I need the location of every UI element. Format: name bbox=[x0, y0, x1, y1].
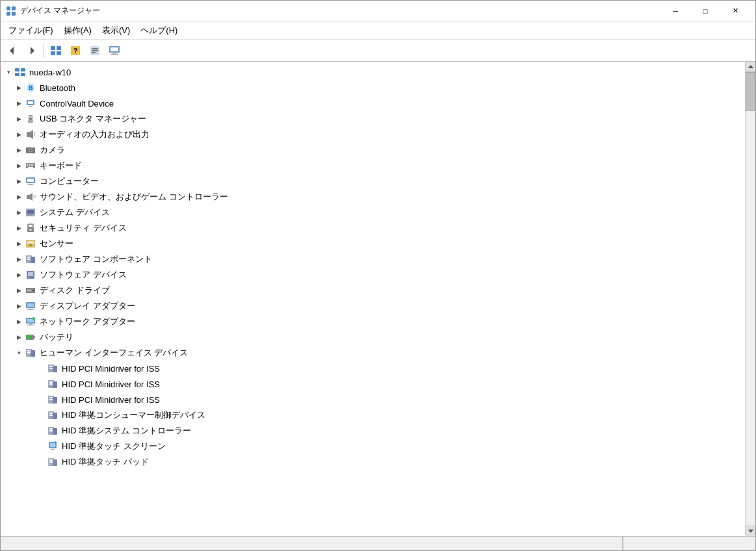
tree-item-audio[interactable]: ▶ ) オーディオの入力および出力 bbox=[1, 127, 745, 142]
svg-rect-98 bbox=[53, 381, 57, 388]
svg-rect-1 bbox=[12, 6, 16, 10]
forward-icon bbox=[27, 45, 37, 56]
svg-rect-52 bbox=[27, 195, 29, 199]
hid-pci-2-label: HID PCI Minidriver for ISS bbox=[62, 379, 160, 389]
sensors-label: センサー bbox=[40, 238, 73, 250]
hid-expand[interactable]: ▾ bbox=[14, 348, 24, 358]
usb-expand[interactable]: ▶ bbox=[14, 114, 24, 124]
close-button[interactable]: ✕ bbox=[720, 1, 750, 21]
display-expand[interactable]: ▶ bbox=[14, 301, 24, 311]
controlvault-label: ControlVault Device bbox=[40, 99, 114, 109]
forward-button[interactable] bbox=[23, 42, 41, 60]
svg-rect-38 bbox=[29, 147, 31, 148]
software-device-expand[interactable]: ▶ bbox=[14, 270, 24, 280]
sound-expand[interactable]: ▶ bbox=[14, 192, 24, 202]
tree-item-system[interactable]: ▶ システム デバイス bbox=[1, 205, 745, 220]
software-component-expand[interactable]: ▶ bbox=[14, 254, 24, 264]
menu-view[interactable]: 表示(V) bbox=[97, 22, 135, 39]
menu-action[interactable]: 操作(A) bbox=[59, 22, 97, 39]
svg-rect-99 bbox=[49, 381, 53, 383]
tree-item-security[interactable]: ▶ セキュリティ デバイス bbox=[1, 220, 745, 236]
keyboard-expand[interactable]: ▶ bbox=[14, 160, 24, 171]
maximize-button[interactable]: □ bbox=[690, 1, 720, 21]
svg-rect-91 bbox=[27, 350, 31, 352]
svg-rect-112 bbox=[49, 430, 53, 431]
tree-item-usb-connector[interactable]: ▶ USB コネクタ マネージャー bbox=[1, 111, 745, 127]
menu-file[interactable]: ファイル(F) bbox=[3, 22, 59, 39]
svg-rect-51 bbox=[27, 185, 34, 185]
tree-item-hid-consumer[interactable]: ▶ HID 準拠コンシューマー制御デバイス bbox=[1, 407, 745, 423]
tree-item-display[interactable]: ▶ ディスプレイ アダプター bbox=[1, 298, 745, 314]
toolbar-separator-1 bbox=[44, 44, 44, 58]
tree-item-software-component[interactable]: ▶ ソフトウェア コンポーネント bbox=[1, 251, 745, 267]
scroll-down-button[interactable] bbox=[746, 526, 755, 536]
battery-expand[interactable]: ▶ bbox=[14, 332, 24, 342]
svg-rect-9 bbox=[57, 51, 61, 55]
tree-item-hid-pci-3[interactable]: ▶ HID PCI Minidriver for ISS bbox=[1, 392, 745, 407]
scroll-track[interactable] bbox=[746, 72, 755, 526]
tree-item-hid[interactable]: ▾ ヒューマン インターフェイス デバイス bbox=[1, 345, 745, 361]
svg-rect-44 bbox=[27, 166, 28, 167]
disk-expand[interactable]: ▶ bbox=[14, 285, 24, 296]
hid-pci-1-label: HID PCI Minidriver for ISS bbox=[62, 364, 160, 374]
controlvault-expand[interactable]: ▶ bbox=[14, 98, 24, 109]
tree-item-hid-pad[interactable]: ▶ HID 準拠タッチ パッド bbox=[1, 454, 745, 470]
device-view-button[interactable] bbox=[47, 42, 65, 60]
tree-item-hid-touch[interactable]: ▶ HID 準拠タッチ スクリーン bbox=[1, 439, 745, 454]
scroll-thumb[interactable] bbox=[746, 72, 755, 111]
device-tree[interactable]: ▾ nueda-w10 ▶ ʙ bbox=[1, 62, 745, 536]
tree-item-keyboard[interactable]: ▶ キーボード bbox=[1, 158, 745, 173]
camera-expand[interactable]: ▶ bbox=[14, 145, 24, 155]
svg-text:): ) bbox=[34, 131, 35, 136]
help-button[interactable]: ? bbox=[66, 42, 85, 60]
svg-text:ʙ: ʙ bbox=[28, 83, 33, 92]
usb-label: USB コネクタ マネージャー bbox=[40, 113, 146, 125]
svg-rect-3 bbox=[12, 12, 16, 16]
tree-item-software-device[interactable]: ▶ ソフトウェア デバイス bbox=[1, 267, 745, 283]
hid-system-label: HID 準拠システム コントローラー bbox=[62, 425, 191, 437]
app-icon bbox=[6, 6, 16, 16]
tree-root[interactable]: ▾ nueda-w10 bbox=[1, 64, 745, 80]
tree-item-network[interactable]: ▶ ネットワーク アダプター bbox=[1, 314, 745, 329]
computer-button[interactable] bbox=[105, 42, 124, 60]
tree-item-bluetooth[interactable]: ▶ ʙ Bluetooth bbox=[1, 80, 745, 96]
tree-item-hid-pci-1[interactable]: ▶ HID PCI Minidriver for ISS bbox=[1, 361, 745, 376]
svg-rect-100 bbox=[49, 383, 53, 385]
keyboard-icon bbox=[24, 159, 37, 172]
bluetooth-expand[interactable]: ▶ bbox=[14, 83, 24, 93]
svg-marker-53 bbox=[29, 193, 33, 201]
svg-rect-94 bbox=[53, 366, 57, 372]
vertical-scrollbar[interactable] bbox=[745, 62, 755, 536]
tree-item-hid-system[interactable]: ▶ HID 準拠システム コントローラー bbox=[1, 423, 745, 439]
title-bar: デバイス マネージャー ─ □ ✕ bbox=[1, 1, 755, 21]
display-icon bbox=[24, 300, 37, 313]
svg-rect-90 bbox=[31, 350, 35, 357]
svg-rect-75 bbox=[27, 290, 31, 291]
svg-rect-31 bbox=[29, 116, 32, 118]
svg-rect-0 bbox=[7, 6, 10, 10]
tree-item-sensors[interactable]: ▶ センサー bbox=[1, 236, 745, 251]
minimize-button[interactable]: ─ bbox=[660, 1, 690, 21]
svg-rect-58 bbox=[30, 214, 32, 216]
back-button[interactable] bbox=[3, 42, 21, 60]
root-expand-arrow[interactable]: ▾ bbox=[3, 67, 14, 77]
tree-item-computer[interactable]: ▶ コンピューター bbox=[1, 173, 745, 189]
tree-item-battery[interactable]: ▶ バッテリ bbox=[1, 329, 745, 345]
security-label: セキュリティ デバイス bbox=[40, 222, 127, 234]
network-expand[interactable]: ▶ bbox=[14, 316, 24, 327]
security-expand[interactable]: ▶ bbox=[14, 223, 24, 233]
properties-button[interactable] bbox=[86, 42, 104, 60]
scroll-up-button[interactable] bbox=[746, 62, 755, 72]
tree-item-camera[interactable]: ▶ カメラ bbox=[1, 142, 745, 158]
computer-expand[interactable]: ▶ bbox=[14, 176, 24, 186]
computer-icon bbox=[108, 45, 121, 56]
tree-item-sound[interactable]: ▶ )) サウンド、ビデオ、およびゲーム コントローラー bbox=[1, 189, 745, 205]
system-expand[interactable]: ▶ bbox=[14, 207, 24, 218]
tree-item-hid-pci-2[interactable]: ▶ HID PCI Minidriver for ISS bbox=[1, 376, 745, 392]
device-view-icon bbox=[50, 45, 62, 56]
tree-item-disk[interactable]: ▶ ディスク ドライブ bbox=[1, 283, 745, 298]
tree-item-controlvault[interactable]: ▶ ControlVault Device bbox=[1, 96, 745, 111]
menu-help[interactable]: ヘルプ(H) bbox=[135, 22, 183, 39]
sensors-expand[interactable]: ▶ bbox=[14, 238, 24, 249]
audio-expand[interactable]: ▶ bbox=[14, 129, 24, 140]
